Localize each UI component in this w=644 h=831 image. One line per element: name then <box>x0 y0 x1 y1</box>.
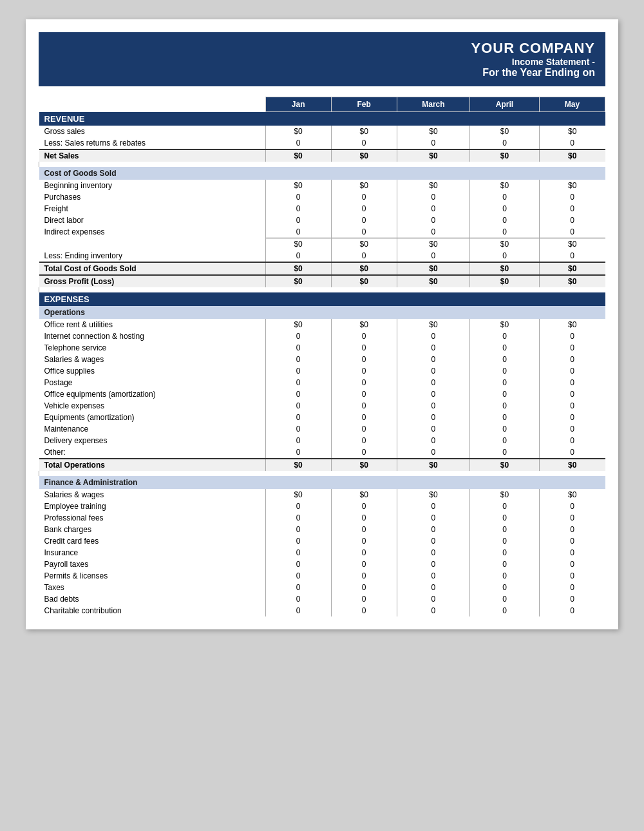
table-row: Credit card fees 0 0 0 0 0 <box>39 535 605 547</box>
cell-jan: 0 <box>265 137 331 149</box>
table-row: Less: Sales returns & rebates 0 0 0 0 0 <box>39 137 605 149</box>
table-row: Permits & licenses 0 0 0 0 0 <box>39 570 605 582</box>
table-row: Postage 0 0 0 0 0 <box>39 377 605 388</box>
cell-mar: $0 <box>397 149 469 162</box>
table-row: Telephone service 0 0 0 0 0 <box>39 342 605 354</box>
table-row: Equipments (amortization) 0 0 0 0 0 <box>39 412 605 423</box>
cell-mar: $0 <box>397 126 469 137</box>
table-row: Maintenance 0 0 0 0 0 <box>39 423 605 435</box>
row-label: Gross sales <box>39 126 266 137</box>
expenses-label: EXPENSES <box>39 292 605 306</box>
table-row: Bad debts 0 0 0 0 0 <box>39 593 605 605</box>
table-row: Salaries & wages 0 0 0 0 0 <box>39 354 605 365</box>
operations-label: Operations <box>39 306 605 319</box>
finance-label: Finance & Administration <box>39 476 605 489</box>
table-row: Direct labor 0 0 0 0 0 <box>39 215 605 226</box>
cell-apr: $0 <box>470 126 540 137</box>
table-row: Purchases 0 0 0 0 0 <box>39 191 605 203</box>
page: YOUR COMPANY Income Statement - For the … <box>26 19 618 629</box>
cogs-subtotal-row: $0 $0 $0 $0 $0 <box>39 238 605 251</box>
row-label: Beginning inventory <box>39 180 266 191</box>
table-row: Charitable contribution 0 0 0 0 0 <box>39 605 605 616</box>
table-row: Less: Ending inventory 0 0 0 0 0 <box>39 250 605 262</box>
cogs-section-header: Cost of Goods Sold <box>39 167 605 180</box>
revenue-label: REVENUE <box>39 112 605 126</box>
row-label: Net Sales <box>39 149 266 162</box>
col-header-may: May <box>539 97 605 112</box>
cell-mar: 0 <box>397 137 469 149</box>
col-header-feb: Feb <box>331 97 397 112</box>
operations-section-header: Operations <box>39 306 605 319</box>
row-label <box>39 238 266 251</box>
table-row: Gross sales $0 $0 $0 $0 $0 <box>39 126 605 137</box>
table-row: Internet connection & hosting 0 0 0 0 0 <box>39 330 605 342</box>
row-label: Less: Ending inventory <box>39 250 266 262</box>
cell-feb: $0 <box>331 149 397 162</box>
row-label: Purchases <box>39 191 266 203</box>
table-row: Office rent & utilities $0 $0 $0 $0 $0 <box>39 319 605 330</box>
table-row: Delivery expenses 0 0 0 0 0 <box>39 435 605 446</box>
cell-may: 0 <box>539 137 605 149</box>
table-row: Other: 0 0 0 0 0 <box>39 446 605 459</box>
table-row: Taxes 0 0 0 0 0 <box>39 582 605 593</box>
cell-jan: $0 <box>265 126 331 137</box>
table-row: Employee training 0 0 0 0 0 <box>39 501 605 512</box>
net-sales-row: Net Sales $0 $0 $0 $0 $0 <box>39 149 605 162</box>
cell-may: $0 <box>539 126 605 137</box>
cell-apr: $0 <box>470 149 540 162</box>
table-row: Insurance 0 0 0 0 0 <box>39 547 605 559</box>
cell-jan: $0 <box>265 149 331 162</box>
cell-feb: $0 <box>331 126 397 137</box>
cell-feb: 0 <box>331 137 397 149</box>
total-operations-row: Total Operations $0 $0 $0 $0 $0 <box>39 459 605 471</box>
row-label: Less: Sales returns & rebates <box>39 137 266 149</box>
col-header-march: March <box>397 97 469 112</box>
table-row: Indirect expenses 0 0 0 0 0 <box>39 226 605 238</box>
report-title: Income Statement - <box>49 57 595 67</box>
company-name: YOUR COMPANY <box>49 40 595 57</box>
table-row: Salaries & wages $0 $0 $0 $0 $0 <box>39 489 605 501</box>
row-label: Gross Profit (Loss) <box>39 275 266 287</box>
total-cogs-row: Total Cost of Goods Sold $0 $0 $0 $0 $0 <box>39 262 605 275</box>
table-row: Bank charges 0 0 0 0 0 <box>39 524 605 535</box>
row-label: Indirect expenses <box>39 226 266 238</box>
cell-may: $0 <box>539 149 605 162</box>
row-label: Freight <box>39 203 266 215</box>
report-period: For the Year Ending on <box>49 67 595 79</box>
cell-apr: 0 <box>470 137 540 149</box>
revenue-section-header: REVENUE <box>39 112 605 126</box>
col-header-april: April <box>470 97 540 112</box>
col-header-jan: Jan <box>265 97 331 112</box>
expenses-section-header: EXPENSES <box>39 292 605 306</box>
gross-profit-row: Gross Profit (Loss) $0 $0 $0 $0 $0 <box>39 275 605 287</box>
table-row: Freight 0 0 0 0 0 <box>39 203 605 215</box>
table-row: Beginning inventory $0 $0 $0 $0 $0 <box>39 180 605 191</box>
row-label: Total Cost of Goods Sold <box>39 262 266 275</box>
row-label: Direct labor <box>39 215 266 226</box>
table-row: Professional fees 0 0 0 0 0 <box>39 512 605 524</box>
report-header: YOUR COMPANY Income Statement - For the … <box>39 32 605 86</box>
table-row: Office equipments (amortization) 0 0 0 0… <box>39 388 605 400</box>
cogs-label: Cost of Goods Sold <box>39 167 605 180</box>
col-header-label <box>39 97 266 112</box>
income-statement-table: Jan Feb March April May REVENUE Gross sa… <box>39 97 605 616</box>
table-row: Payroll taxes 0 0 0 0 0 <box>39 559 605 570</box>
table-row: Vehicle expenses 0 0 0 0 0 <box>39 400 605 412</box>
finance-section-header: Finance & Administration <box>39 476 605 489</box>
table-row: Office supplies 0 0 0 0 0 <box>39 365 605 377</box>
